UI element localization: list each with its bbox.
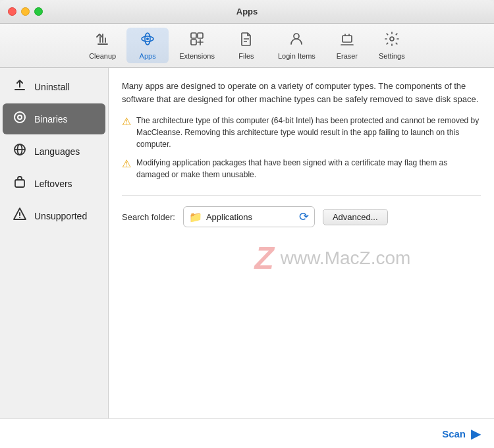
svg-point-2	[146, 38, 149, 40]
main-content: Uninstall Binaries Languages	[0, 68, 494, 418]
tab-cleanup-label: Cleanup	[89, 52, 116, 60]
warning-icon-1: ⚠	[122, 115, 131, 128]
warning-text-2: Modifying application packages that have…	[136, 157, 481, 181]
toolbar: Cleanup Apps Extensions	[0, 24, 494, 68]
uninstall-icon	[12, 78, 28, 96]
sidebar-item-languages[interactable]: Languages	[3, 136, 105, 167]
folder-select-text: Applications	[206, 212, 295, 222]
search-folder-label: Search folder:	[122, 212, 175, 222]
footer: Scan ▶	[0, 418, 494, 448]
unsupported-icon	[12, 207, 28, 225]
settings-icon	[384, 31, 400, 51]
svg-point-17	[19, 217, 20, 218]
sidebar-item-binaries-label: Binaries	[34, 114, 68, 125]
scan-button[interactable]: Scan	[442, 428, 466, 439]
login-items-icon	[288, 31, 304, 51]
sidebar-item-languages-label: Languages	[34, 146, 80, 157]
minimize-button[interactable]	[21, 7, 30, 16]
sidebar-item-leftovers-label: Leftovers	[34, 179, 72, 189]
svg-point-8	[294, 34, 299, 39]
tab-settings-label: Settings	[379, 52, 405, 60]
warning-block-1: ⚠ The architecture type of this computer…	[122, 115, 481, 150]
warning-icon-2: ⚠	[122, 157, 131, 170]
tab-eraser-label: Eraser	[337, 52, 358, 60]
folder-select[interactable]: 📁 Applications ⟳	[183, 206, 315, 227]
svg-rect-3	[191, 33, 196, 38]
sidebar-item-binaries[interactable]: Binaries	[3, 103, 105, 134]
folder-icon: 📁	[189, 211, 202, 223]
cleanup-icon	[95, 31, 111, 51]
svg-rect-5	[191, 40, 196, 45]
scan-arrow-icon[interactable]: ▶	[471, 426, 481, 441]
tab-extensions[interactable]: Extensions	[171, 28, 223, 63]
tab-settings[interactable]: Settings	[371, 28, 413, 63]
folder-select-arrow-icon: ⟳	[299, 210, 309, 224]
tab-files-label: Files	[238, 52, 254, 60]
warning-block-2: ⚠ Modifying application packages that ha…	[122, 157, 481, 181]
sidebar-item-uninstall-label: Uninstall	[34, 82, 70, 92]
description-text: Many apps are designed to operate on a v…	[122, 80, 481, 105]
window-title: Apps	[236, 7, 258, 16]
watermark-z: Z	[254, 240, 273, 276]
warning-text-1: The architecture type of this computer (…	[136, 115, 481, 150]
tab-login-items-label: Login Items	[278, 52, 316, 60]
leftovers-icon	[12, 175, 28, 192]
tab-files[interactable]: Files	[225, 28, 267, 63]
watermark: Z www.MacZ.com	[254, 240, 410, 276]
apps-icon	[140, 31, 155, 51]
content-area: Many apps are designed to operate on a v…	[109, 68, 494, 418]
svg-point-13	[18, 116, 21, 119]
eraser-icon	[339, 31, 355, 51]
window-controls	[8, 7, 43, 16]
sidebar-item-leftovers[interactable]: Leftovers	[3, 168, 105, 199]
maximize-button[interactable]	[34, 7, 43, 16]
sidebar-item-unsupported-label: Unsupported	[34, 211, 87, 221]
tab-login-items[interactable]: Login Items	[270, 28, 323, 63]
tab-eraser[interactable]: Eraser	[326, 28, 368, 63]
advanced-button[interactable]: Advanced...	[323, 209, 388, 225]
sidebar-item-unsupported[interactable]: Unsupported	[3, 200, 105, 231]
sidebar-item-uninstall[interactable]: Uninstall	[3, 71, 105, 102]
files-icon	[238, 31, 254, 51]
tab-apps[interactable]: Apps	[126, 28, 169, 63]
extensions-icon	[189, 31, 205, 51]
svg-rect-16	[15, 180, 24, 187]
binaries-icon	[12, 110, 28, 128]
search-folder-row: Search folder: 📁 Applications ⟳ Advanced…	[122, 206, 481, 227]
tab-apps-label: Apps	[140, 52, 156, 60]
close-button[interactable]	[8, 7, 16, 16]
svg-point-10	[390, 37, 394, 41]
tab-cleanup[interactable]: Cleanup	[81, 28, 124, 63]
languages-icon	[12, 142, 28, 160]
watermark-url: www.MacZ.com	[281, 247, 411, 268]
svg-rect-4	[198, 33, 203, 38]
sidebar: Uninstall Binaries Languages	[0, 68, 109, 418]
divider	[122, 195, 481, 196]
titlebar: Apps	[0, 0, 494, 24]
svg-rect-9	[343, 36, 352, 42]
tab-extensions-label: Extensions	[179, 52, 215, 60]
